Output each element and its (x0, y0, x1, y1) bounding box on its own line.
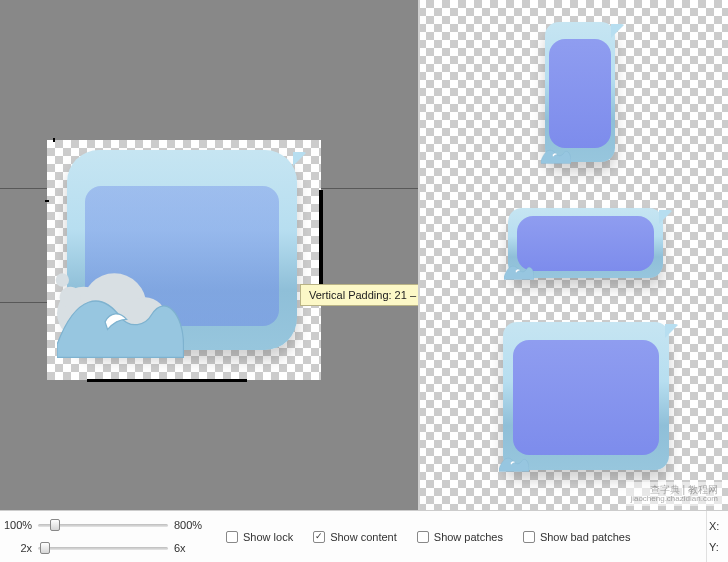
checkbox-label: Show lock (243, 531, 293, 543)
nine-patch-editor: Vertical Padding: 21 – 77 px (0, 0, 728, 562)
zoom-min-label: 100% (4, 519, 32, 531)
checkbox-label: Show patches (434, 531, 503, 543)
preview-stretched-tall (545, 22, 615, 162)
zoom-max-label: 800% (174, 519, 210, 531)
panel-divider[interactable] (418, 0, 420, 510)
bubble-wave-shape (57, 268, 184, 358)
source-sprite-bubble (67, 150, 297, 350)
checkbox-show-lock[interactable]: Show lock (226, 531, 293, 543)
checkbox-box (523, 531, 535, 543)
checkbox-show-bad-patches[interactable]: Show bad patches (523, 531, 631, 543)
bottom-toolbar: 100% 800% 2x 6x Show lock (0, 510, 728, 562)
patch-marker-left (45, 200, 49, 202)
zoom-slider-1[interactable] (38, 518, 168, 532)
slider-track (38, 547, 168, 550)
preview-stretched-large (503, 322, 669, 470)
panels-row: Vertical Padding: 21 – 77 px (0, 0, 728, 510)
checkbox-show-content[interactable]: ✓ Show content (313, 531, 397, 543)
preview-inner (517, 216, 653, 271)
coord-x-label: X: (709, 520, 719, 532)
view-options: Show lock ✓ Show content Show patches Sh… (218, 511, 706, 562)
preview-canvas (418, 0, 728, 510)
checkbox-box (417, 531, 429, 543)
checkbox-show-patches[interactable]: Show patches (417, 531, 503, 543)
zoom-slider-source: 100% 800% (4, 518, 210, 532)
slider-thumb[interactable] (50, 519, 60, 531)
padding-tooltip: Vertical Padding: 21 – 77 px (300, 284, 418, 306)
zoom-slider-2[interactable] (38, 541, 168, 555)
scale-max-label: 6x (174, 542, 210, 554)
preview-wave-icon (504, 257, 534, 281)
source-canvas[interactable] (47, 140, 321, 380)
preview-stretched-wide (508, 208, 663, 278)
checkbox-label: Show content (330, 531, 397, 543)
preview-wave-icon (499, 449, 529, 473)
source-panel[interactable]: Vertical Padding: 21 – 77 px (0, 0, 418, 510)
coord-y-label: Y: (709, 541, 719, 553)
cursor-coordinates: X: Y: (706, 511, 728, 562)
preview-inner (513, 340, 659, 455)
zoom-sliders: 100% 800% 2x 6x (0, 511, 218, 562)
zoom-slider-preview: 2x 6x (4, 541, 210, 555)
checkbox-box (226, 531, 238, 543)
patch-marker-top (53, 138, 55, 142)
checkbox-box: ✓ (313, 531, 325, 543)
watermark-line2: jiaocheng.chazidian.com (630, 495, 718, 504)
slider-thumb[interactable] (40, 542, 50, 554)
patch-marker-bottom[interactable] (87, 379, 247, 382)
preview-inner (549, 39, 611, 148)
checkbox-label: Show bad patches (540, 531, 631, 543)
preview-panel[interactable] (418, 0, 728, 510)
watermark: 查字典 | 教程网 jiaocheng.chazidian.com (626, 482, 722, 506)
preview-wave-icon (541, 141, 571, 165)
scale-min-label: 2x (4, 542, 32, 554)
